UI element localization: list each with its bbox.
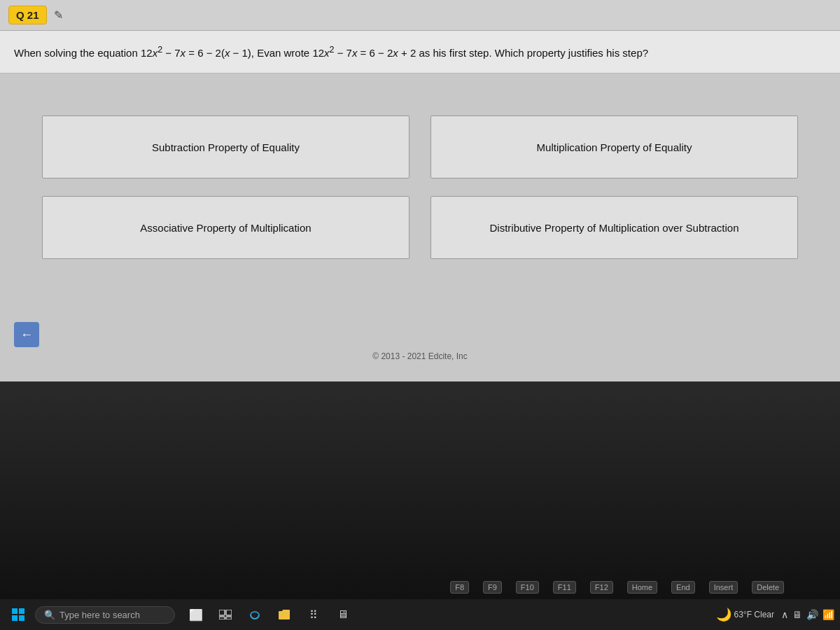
svg-rect-6: [219, 617, 225, 620]
key-f11[interactable]: F11: [553, 581, 576, 594]
top-bar: Q 21 ✎: [0, 0, 840, 31]
back-button[interactable]: ←: [14, 322, 39, 347]
copyright-text: © 2013 - 2021 Edcite, Inc: [0, 351, 840, 361]
choice-a-text: Subtraction Property of Equality: [152, 140, 300, 155]
key-home[interactable]: Home: [627, 581, 657, 594]
question-area: When solving the equation 12x2 − 7x = 6 …: [0, 31, 840, 74]
key-end[interactable]: End: [671, 581, 695, 594]
key-delete[interactable]: Delete: [752, 581, 784, 594]
tray-volume[interactable]: 🔊: [806, 609, 818, 620]
edit-icon[interactable]: ✎: [54, 8, 63, 22]
screen-area: Q 21 ✎ When solving the equation 12x2 − …: [0, 0, 840, 392]
search-icon: 🔍: [44, 610, 55, 620]
tray-network[interactable]: 📶: [822, 609, 834, 620]
key-f10[interactable]: F10: [516, 581, 539, 594]
dark-bottom-area: [0, 382, 840, 599]
svg-rect-4: [219, 610, 225, 615]
taskbar-folder-btn[interactable]: [272, 602, 297, 627]
taskbar-edge-btn[interactable]: [242, 602, 267, 627]
taskbar-cortana-btn[interactable]: ⬜: [183, 602, 209, 627]
taskbar-right: 🌙 63°F Clear ∧ 🖥 🔊 📶: [716, 607, 835, 622]
choices-area: Subtraction Property of Equality Multipl…: [0, 94, 840, 280]
weather-text: 63°F Clear: [734, 610, 775, 620]
choice-d[interactable]: Distributive Property of Multiplication …: [430, 196, 798, 259]
key-f12[interactable]: F12: [590, 581, 613, 594]
key-f8[interactable]: F8: [450, 581, 469, 594]
taskbar-task-view-btn[interactable]: [213, 602, 238, 627]
taskbar-middle: ⬜ ⠿ 🖥: [183, 602, 356, 627]
key-insert[interactable]: Insert: [709, 581, 738, 594]
search-placeholder: Type here to search: [59, 610, 140, 620]
choice-d-text: Distributive Property of Multiplication …: [490, 220, 739, 235]
choice-b[interactable]: Multiplication Property of Equality: [430, 115, 798, 178]
svg-rect-5: [226, 610, 232, 615]
taskbar-grid-btn[interactable]: ⠿: [301, 602, 326, 627]
weather-display: 🌙 63°F Clear: [716, 607, 775, 622]
keyboard-hint: F8 F9 F10 F11 F12 Home End Insert Delete: [0, 580, 840, 595]
taskbar: 🔍 Type here to search ⬜ ⠿ 🖥: [0, 599, 840, 630]
choice-b-text: Multiplication Property of Equality: [537, 140, 692, 155]
question-text: When solving the equation 12x2 − 7x = 6 …: [14, 43, 819, 62]
system-tray: ∧ 🖥 🔊 📶: [781, 609, 834, 620]
svg-rect-1: [19, 608, 24, 614]
svg-rect-0: [12, 608, 18, 614]
svg-rect-2: [12, 615, 18, 621]
choice-c-text: Associative Property of Multiplication: [140, 220, 311, 235]
start-button[interactable]: [6, 602, 31, 627]
question-badge: Q 21: [8, 6, 47, 24]
choice-a[interactable]: Subtraction Property of Equality: [42, 115, 410, 178]
taskbar-monitor-btn[interactable]: 🖥: [330, 602, 356, 627]
taskbar-search[interactable]: 🔍 Type here to search: [35, 606, 175, 624]
svg-rect-7: [226, 617, 232, 620]
key-f9[interactable]: F9: [483, 581, 502, 594]
choice-c[interactable]: Associative Property of Multiplication: [42, 196, 410, 259]
tray-desktop[interactable]: 🖥: [792, 609, 802, 620]
svg-rect-3: [19, 615, 24, 621]
weather-icon: 🌙: [716, 607, 732, 622]
tray-caret[interactable]: ∧: [781, 609, 788, 620]
